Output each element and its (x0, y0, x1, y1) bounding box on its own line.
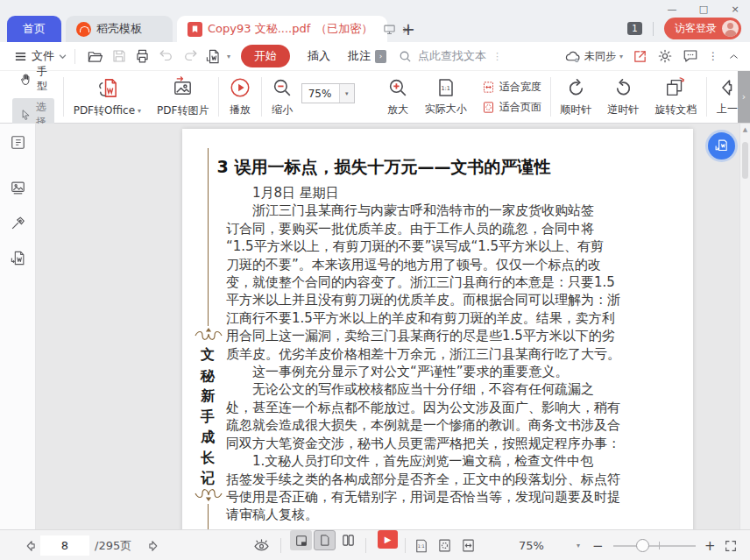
side-label-char: 长 (199, 448, 216, 469)
two-page-view-button[interactable] (337, 530, 359, 550)
tab-document[interactable]: Copy93 文秘....pdf （已加密） × (177, 16, 387, 42)
scrollbar-thumb[interactable] (742, 142, 748, 179)
zoom-slider-track[interactable] (613, 545, 696, 547)
comment-bubble-icon (683, 48, 698, 64)
pdf-to-image-button[interactable]: PDF转图片 (149, 71, 216, 123)
maximize-button[interactable]: □ (694, 2, 713, 16)
rotate-document-label: 旋转文档 (654, 103, 697, 117)
image-icon (10, 180, 26, 196)
outline-panel-button[interactable] (6, 131, 29, 153)
tab-docer[interactable]: 稻壳模板 (66, 16, 173, 42)
document-viewport[interactable]: 3 误用一标点，损失十万元——文书的严谨性 1月8日 星期日 浙江三门县某商行与… (36, 124, 750, 529)
fit-width-status-button[interactable] (461, 530, 476, 560)
more-vertical-icon[interactable]: ⋮ (492, 51, 502, 62)
tabbar-right: 1 访客登录 (627, 18, 741, 39)
pdf-to-office-button[interactable]: PDF转Office▾ (66, 71, 149, 123)
autoplay-button[interactable]: ▶ (378, 530, 398, 549)
document-count-badge[interactable]: 1 (627, 22, 642, 35)
settings-button[interactable] (657, 48, 673, 64)
fit-page-button[interactable]: 适合页面 (482, 100, 541, 115)
fit-page-status-button[interactable] (437, 530, 452, 560)
tab-home[interactable]: 首页 (7, 16, 61, 42)
scroll-up-arrow[interactable]: ▲ (740, 126, 750, 133)
previous-page-button[interactable] (23, 530, 39, 560)
comment-expander[interactable]: › (375, 50, 386, 63)
document-line: 用合同上这一漏洞，卖给三门县某商行的尽是些1.5平方米以下的劣 (226, 327, 620, 344)
pdf-to-word-float-button[interactable] (708, 132, 735, 159)
ribbon-expander[interactable]: › (738, 71, 750, 123)
rotate-clockwise-button[interactable]: 顺时针 (552, 71, 599, 123)
vertical-scrollbar[interactable]: ▲ (739, 124, 750, 529)
play-label: 播放 (230, 103, 251, 117)
previous-view-label: 上一 (717, 102, 738, 117)
fit-width-button[interactable]: 适合宽度 (482, 80, 541, 95)
fit-buttons: 适合宽度 适合页面 (475, 71, 548, 123)
guest-login-button[interactable]: 访客登录 (664, 18, 741, 39)
share-button[interactable] (633, 49, 647, 64)
rotate-counterclockwise-button[interactable]: 逆时针 (599, 71, 647, 123)
fullscreen-button[interactable] (724, 530, 738, 560)
actual-size-label: 实际大小 (425, 102, 467, 117)
chevron-down-icon[interactable]: ▾ (227, 53, 230, 60)
zoom-dropdown-caret[interactable]: ▾ (577, 530, 580, 560)
document-line: 无论公文的写作或校核都应当十分仔细，不容有任何疏漏之 (226, 380, 620, 398)
images-panel-button[interactable] (6, 176, 29, 199)
find-text-placeholder: 点此查找文本 (418, 48, 486, 64)
chevron-up-icon (728, 51, 739, 62)
ribbon-tab-insert[interactable]: 插入 (308, 48, 330, 64)
zoom-in-status-button[interactable]: + (704, 530, 716, 560)
zoom-level-combobox[interactable]: 75% ▾ (301, 83, 355, 103)
divider (365, 538, 366, 553)
combobox-dropdown-button[interactable]: ▾ (339, 84, 354, 103)
document-line: 号使用是否正确，有无错别字，用词是否恰当等，发现问题要及时提 (226, 488, 620, 506)
more-vertical-icon[interactable]: ⋮ (708, 50, 718, 62)
feedback-button[interactable] (683, 48, 698, 64)
eye-protection-button[interactable] (252, 530, 271, 560)
actual-size-status-button[interactable]: 1:1 (414, 530, 429, 560)
divider (63, 77, 64, 117)
document-line: 同双方大笔资金交涉，秘书人员更需严格把关，按照规定程序办事： (226, 435, 620, 452)
continuous-view-button[interactable] (290, 530, 312, 550)
find-text-button[interactable]: 点此查找文本 ⋮ (399, 48, 502, 64)
zoom-out-button[interactable]: 缩小 (264, 71, 301, 123)
open-file-button[interactable] (84, 46, 106, 67)
play-button[interactable]: 播放 (221, 71, 259, 123)
zoom-in-button[interactable]: 放大 (379, 71, 417, 123)
export-word-button[interactable] (202, 46, 224, 67)
actual-size-button[interactable]: 1:1 实际大小 (417, 71, 475, 123)
chevron-down-icon: ▾ (138, 107, 141, 115)
print-button[interactable] (131, 46, 153, 67)
fit-page-label: 适合页面 (499, 100, 541, 115)
export-word-panel-button[interactable] (6, 246, 29, 269)
svg-text:1:1: 1:1 (441, 85, 449, 92)
zoom-out-status-button[interactable]: − (592, 530, 604, 560)
previous-view-button[interactable]: 上一 (709, 71, 738, 123)
gear-icon (657, 48, 673, 64)
tab-strip: 首页 稻壳模板 Copy93 文秘....pdf （已加密） × + (7, 16, 429, 42)
ribbon-tab-comment[interactable]: 批注 (348, 48, 371, 64)
cursor-icon (19, 109, 32, 121)
page-number-input[interactable] (40, 535, 89, 556)
document-line: 1.文秘人员打印文件，首先应浏览一遍文稿，检查文件中包 (226, 452, 620, 470)
side-label-char: 文 (199, 344, 216, 365)
document-line: 括签发手续之类的各构成部分是否齐全，正文中的段落划分、标点符 (226, 471, 620, 488)
close-window-button[interactable]: × (725, 2, 745, 16)
minimize-button[interactable]: — (662, 2, 682, 16)
document-line: 疏忽就会造成很大损失，本例就是一个惨痛的教训。商务文书涉及合 (226, 416, 620, 434)
single-page-view-button[interactable] (314, 530, 336, 550)
zoom-slider-thumb[interactable] (636, 539, 649, 552)
next-page-button[interactable] (145, 530, 161, 560)
sync-status[interactable]: 未同步 ▾ (564, 49, 623, 64)
rotate-document-button[interactable]: 旋转文档 (647, 71, 704, 123)
page-number-field[interactable] (40, 530, 89, 560)
hand-tool-button[interactable]: 手型 (12, 62, 54, 96)
pdf-page[interactable]: 3 误用一标点，损失十万元——文书的严谨性 1月8日 星期日 浙江三门县某商行与… (182, 129, 693, 529)
ribbon-tab-start[interactable]: 开始 (241, 45, 290, 67)
collapse-ribbon-button[interactable] (728, 51, 739, 62)
zoom-level-value: 75% (302, 88, 339, 100)
svg-text:1:1: 1:1 (418, 543, 425, 549)
ornament-bottom-icon (194, 486, 223, 504)
divider (261, 77, 262, 117)
new-tab-button[interactable]: + (387, 16, 429, 42)
signature-panel-button[interactable] (6, 211, 29, 234)
